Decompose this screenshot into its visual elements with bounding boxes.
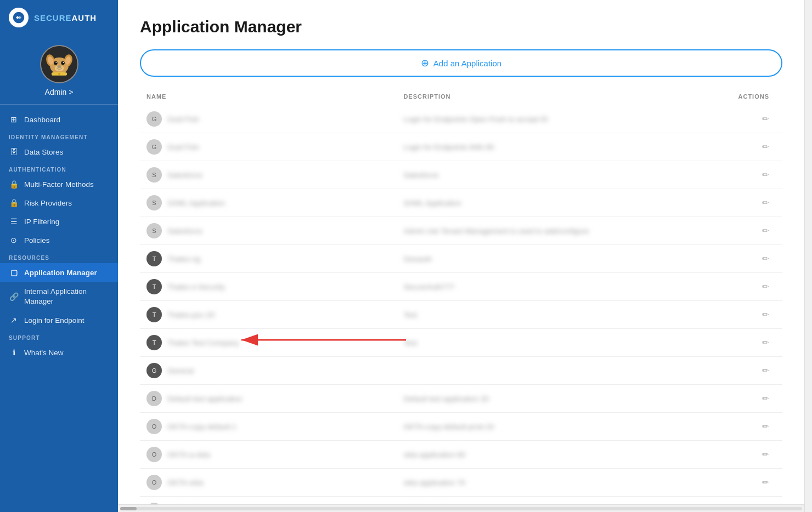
- table-row: SSalesforceSalesforce✏: [140, 161, 782, 189]
- app-icon: D: [146, 391, 162, 406]
- add-application-button[interactable]: ⊕ Add an Application: [140, 49, 782, 77]
- sidebar-item-label: Login for Endpoint: [24, 316, 84, 325]
- svg-point-9: [55, 62, 57, 63]
- app-name-cell: OOKTA-a-okta: [140, 441, 397, 469]
- sidebar-item-login-endpoint[interactable]: ↗ Login for Endpoint: [0, 311, 118, 329]
- edit-button[interactable]: ✏: [762, 366, 769, 375]
- app-description: Geoauth: [397, 245, 718, 273]
- table-row: DDefault test applicationDefault test ap…: [140, 385, 782, 413]
- table-row: OOKTA-copy-default-1OKTA-copy-default-pr…: [140, 413, 782, 441]
- app-description: okta application 60: [397, 441, 718, 469]
- app-actions: ✏: [718, 301, 782, 329]
- sidebar-item-mfa[interactable]: 🔒 Multi-Factor Methods: [0, 175, 118, 194]
- app-name-cell: SSalesforce: [140, 217, 397, 245]
- edit-button[interactable]: ✏: [762, 198, 769, 207]
- app-actions: ✏: [718, 497, 782, 505]
- table-row: SSalesforceAdmin role Tenant Management …: [140, 217, 782, 245]
- app-name-cell: TThales-ng: [140, 245, 397, 273]
- app-name-cell: TThales-poc-20: [140, 301, 397, 329]
- edit-button[interactable]: ✏: [762, 338, 769, 347]
- svg-point-7: [54, 61, 58, 65]
- app-actions: ✏: [718, 385, 782, 413]
- col-name: NAME: [140, 90, 397, 105]
- app-icon: S: [146, 167, 162, 183]
- app-name-cell: SSAML Application: [140, 189, 397, 217]
- data-stores-icon: 🗄: [9, 147, 19, 156]
- app-icon: G: [146, 139, 162, 155]
- app-name: Guid Fish: [167, 143, 199, 151]
- app-icon: T: [146, 335, 162, 350]
- admin-link[interactable]: Admin: [45, 88, 74, 96]
- sidebar-item-whats-new[interactable]: ℹ What's New: [0, 343, 118, 362]
- app-name-cell: DDefault test application: [140, 385, 397, 413]
- edit-button[interactable]: ✏: [762, 310, 769, 319]
- app-name: SAML Application: [167, 199, 225, 207]
- sidebar-item-label: Internal Application Manager: [24, 287, 109, 306]
- sidebar-item-internal-app[interactable]: 🔗 Internal Application Manager: [0, 282, 118, 311]
- svg-point-8: [61, 61, 65, 65]
- user-profile: Admin: [0, 35, 118, 105]
- horizontal-scrollbar[interactable]: [118, 504, 804, 512]
- edit-button[interactable]: ✏: [762, 477, 769, 487]
- table-row: OOKTA-okta-1OKTA-okta-1-ref✏: [140, 497, 782, 505]
- app-actions: ✏: [718, 413, 782, 441]
- svg-point-14: [58, 73, 60, 75]
- table-row: TThales Test CompanyTest✏: [140, 329, 782, 357]
- col-actions: ACTIONS: [718, 90, 782, 105]
- plus-icon: ⊕: [421, 57, 429, 69]
- app-name-cell: OOKTA-okta: [140, 469, 397, 497]
- edit-button[interactable]: ✏: [762, 254, 769, 263]
- app-description: SecureAuth777: [397, 273, 718, 301]
- edit-button[interactable]: ✏: [762, 170, 769, 179]
- table-row: TThales-ngGeoauth✏: [140, 245, 782, 273]
- sidebar-item-ip-filtering[interactable]: ☰ IP Filtering: [0, 212, 118, 231]
- app-actions: ✏: [718, 273, 782, 301]
- app-name: OKTA-a-okta: [167, 451, 210, 459]
- sidebar-item-policies[interactable]: ⊙ Policies: [0, 231, 118, 249]
- edit-button[interactable]: ✏: [762, 282, 769, 291]
- svg-point-10: [63, 62, 64, 63]
- edit-button[interactable]: ✏: [762, 114, 769, 123]
- app-icon: T: [146, 251, 162, 266]
- sidebar-item-dashboard[interactable]: ⊞ Dashboard: [0, 110, 118, 129]
- scrollbar-thumb: [120, 507, 137, 510]
- sidebar: SECUREAUTH: [0, 0, 118, 512]
- sidebar-item-risk[interactable]: 🔒 Risk Providers: [0, 194, 118, 212]
- app-icon: G: [146, 363, 162, 378]
- app-icon: O: [146, 475, 162, 490]
- lock-icon: 🔒: [9, 198, 19, 207]
- edit-button[interactable]: ✏: [762, 394, 769, 403]
- sidebar-item-app-manager[interactable]: ▢ Application Manager: [0, 263, 118, 282]
- app-description: okta application 70: [397, 469, 718, 497]
- edit-button[interactable]: ✏: [762, 142, 769, 151]
- policy-icon: ⊙: [9, 236, 19, 244]
- sidebar-item-label: Data Stores: [24, 148, 63, 156]
- dashboard-icon: ⊞: [9, 115, 19, 124]
- svg-point-12: [54, 65, 64, 71]
- app-actions: ✏: [718, 217, 782, 245]
- app-name-cell: OOKTA-copy-default-1: [140, 413, 397, 441]
- app-name: OKTA-copy-default-1: [167, 423, 236, 431]
- logo-area: SECUREAUTH: [0, 0, 118, 35]
- app-icon: T: [146, 307, 162, 322]
- nav-main: ⊞ Dashboard IDENTITY MANAGEMENT 🗄 Data S…: [0, 105, 118, 367]
- col-description: DESCRIPTION: [397, 90, 718, 105]
- table-row: GGuid FishLogin for Endpoints 64th 85✏: [140, 133, 782, 161]
- edit-button[interactable]: ✏: [762, 450, 769, 459]
- app-description: Salesforce: [397, 161, 718, 189]
- nav-section-identity: IDENTITY MANAGEMENT: [0, 129, 118, 143]
- app-icon: S: [146, 195, 162, 211]
- sidebar-item-data-stores[interactable]: 🗄 Data Stores: [0, 143, 118, 161]
- sidebar-item-label: IP Filtering: [24, 218, 59, 226]
- table-row: SSAML ApplicationSAML Application✏: [140, 189, 782, 217]
- sidebar-item-label: Policies: [24, 236, 50, 244]
- edit-button[interactable]: ✏: [762, 226, 769, 235]
- vertical-scrollbar[interactable]: [804, 0, 812, 512]
- edit-button[interactable]: ✏: [762, 422, 769, 431]
- app-actions: ✏: [718, 245, 782, 273]
- sidebar-item-label: Dashboard: [24, 116, 60, 124]
- app-name: Thales-ng: [167, 255, 200, 263]
- sidebar-item-label: Multi-Factor Methods: [24, 180, 94, 189]
- app-icon: O: [146, 419, 162, 434]
- info-icon: ℹ: [9, 348, 19, 357]
